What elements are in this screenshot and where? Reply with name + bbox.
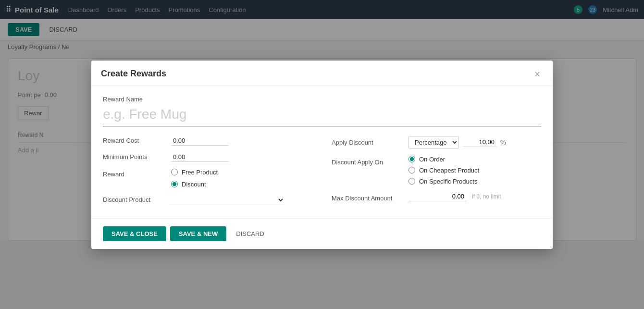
discount-product-select[interactable] — [169, 195, 285, 205]
reward-cost-input[interactable] — [171, 136, 229, 146]
form-right: Apply Discount Percentage Fixed % Dis — [332, 136, 541, 209]
minimum-points-label: Minimum Points — [103, 153, 165, 161]
on-specific-radio[interactable] — [409, 178, 415, 185]
apply-discount-row: Apply Discount Percentage Fixed % — [332, 136, 541, 149]
apply-discount-label: Apply Discount — [332, 136, 409, 146]
reward-discount-option[interactable]: Discount — [171, 181, 218, 188]
form-section: Reward Cost Minimum Points Reward Free P… — [103, 136, 541, 209]
reward-free-product-option[interactable]: Free Product — [171, 169, 218, 176]
form-left: Reward Cost Minimum Points Reward Free P… — [103, 136, 312, 209]
percent-symbol: % — [500, 139, 506, 146]
save-close-button[interactable]: SAVE & CLOSE — [103, 226, 166, 241]
on-order-radio[interactable] — [409, 156, 415, 162]
dialog-body: Reward Name Reward Cost Minimum Points R… — [91, 86, 553, 218]
reward-label: Reward — [103, 169, 165, 178]
max-discount-controls: if 0, no limit — [409, 192, 501, 201]
reward-free-label: Free Product — [182, 169, 218, 176]
modal-overlay: Create Rewards × Reward Name Reward Cost… — [0, 0, 644, 309]
dialog-footer: SAVE & CLOSE SAVE & NEW DISCARD — [91, 218, 553, 249]
reward-name-input[interactable] — [103, 105, 541, 126]
discount-apply-on-options: On Order On Cheapest Product On Specific… — [409, 156, 479, 185]
on-order-label: On Order — [419, 156, 445, 163]
max-discount-hint: if 0, no limit — [472, 193, 501, 200]
max-discount-row: Max Discount Amount if 0, no limit — [332, 192, 541, 202]
discount-product-label: Discount Product — [103, 196, 165, 203]
reward-discount-label: Discount — [182, 181, 206, 188]
reward-name-label: Reward Name — [103, 96, 541, 103]
reward-options: Free Product Discount — [171, 169, 218, 188]
minimum-points-field: Minimum Points — [103, 152, 312, 162]
apply-discount-type-select[interactable]: Percentage Fixed — [409, 136, 459, 149]
create-rewards-dialog: Create Rewards × Reward Name Reward Cost… — [91, 61, 553, 249]
discard-dialog-button[interactable]: DISCARD — [230, 226, 270, 241]
max-discount-label: Max Discount Amount — [332, 192, 409, 202]
reward-free-radio[interactable] — [171, 169, 178, 175]
on-cheapest-label: On Cheapest Product — [419, 167, 479, 174]
reward-discount-radio[interactable] — [171, 181, 178, 187]
reward-type-field: Reward Free Product Discount — [103, 169, 312, 188]
reward-cost-field: Reward Cost — [103, 136, 312, 146]
max-discount-input[interactable] — [409, 192, 466, 201]
dialog-close-button[interactable]: × — [532, 68, 543, 80]
dialog-header: Create Rewards × — [91, 61, 553, 86]
discount-product-field: Discount Product — [103, 195, 312, 205]
on-specific-label: On Specific Products — [419, 178, 477, 185]
on-order-option[interactable]: On Order — [409, 156, 479, 163]
apply-discount-controls: Percentage Fixed % — [409, 136, 506, 149]
on-cheapest-option[interactable]: On Cheapest Product — [409, 167, 479, 174]
apply-discount-value-input[interactable] — [463, 137, 496, 147]
discount-apply-on-label: Discount Apply On — [332, 156, 409, 166]
on-cheapest-radio[interactable] — [409, 167, 415, 173]
on-specific-option[interactable]: On Specific Products — [409, 178, 479, 185]
reward-cost-label: Reward Cost — [103, 137, 165, 144]
dialog-title: Create Rewards — [101, 69, 166, 79]
discount-apply-on-row: Discount Apply On On Order On Cheapest P… — [332, 156, 541, 185]
save-new-button[interactable]: SAVE & NEW — [170, 226, 226, 241]
minimum-points-input[interactable] — [171, 152, 229, 162]
